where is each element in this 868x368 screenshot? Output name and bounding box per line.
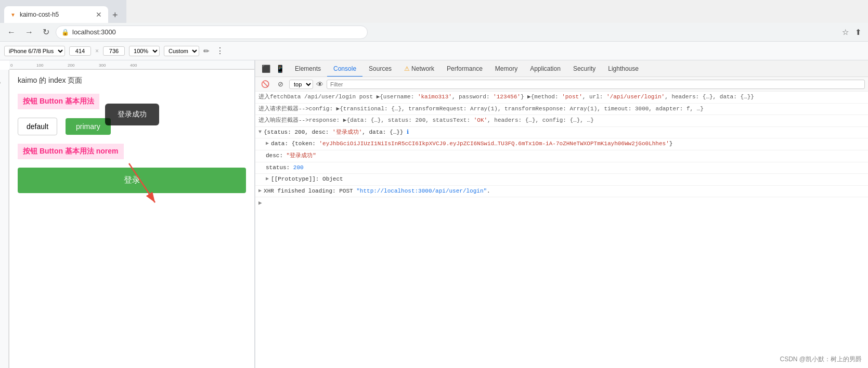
tab-security[interactable]: Security [567, 60, 602, 77]
browser-toolbar: ← → ↻ 🔒 localhost:3000 ☆ ⬆ [0, 23, 868, 42]
device-toggle-button[interactable]: 📱 [274, 62, 287, 75]
console-line-6: desc: "登录成功" [255, 150, 868, 162]
phone-preview: 0 100 200 300 400 0 kaimo 的 index 页面 按钮 … [0, 60, 255, 368]
section2-title: 按钮 Button 基本用法 norem [18, 144, 124, 159]
tab-console[interactable]: Console [327, 60, 362, 77]
filter-input[interactable] [327, 80, 865, 89]
console-text-1: 进入fetchData /api/user/login post ▶{usern… [258, 93, 754, 102]
custom-select[interactable]: Custom [164, 46, 199, 56]
console-prompt: ▶ [255, 197, 868, 208]
watermark: CSDN @凯小默：树上的男爵 [780, 355, 862, 364]
device-width-input[interactable] [69, 46, 91, 56]
console-text-8: [[Prototype]]: Object [271, 175, 343, 184]
console-text-4: {status: 200, desc: '登录成功', data: {…}} ℹ [264, 128, 409, 137]
devtools-left-icons: ⬛ 📱 [257, 62, 289, 75]
new-tab-button[interactable]: + [108, 8, 122, 23]
console-line-4: ▼ {status: 200, desc: '登录成功', data: {…}}… [255, 127, 868, 139]
expand-arrow-8[interactable]: ▶ [266, 175, 269, 183]
console-toolbar: 🚫 ⊘ top 👁 [255, 77, 868, 92]
browser-tab[interactable]: ▼ kaimo-cost-h5 ✕ [4, 6, 108, 23]
main-layout: 0 100 200 300 400 0 kaimo 的 index 页面 按钮 … [0, 60, 868, 368]
expand-arrow-9[interactable]: ▶ [258, 187, 262, 195]
console-output: 进入fetchData /api/user/login post ▶{usern… [255, 92, 868, 368]
reload-button[interactable]: ↻ [40, 25, 53, 39]
tab-close-button[interactable]: ✕ [96, 10, 102, 19]
url-text: localhost:3000 [72, 28, 116, 36]
console-line-3: 进入响应拦截器-->response: ▶{data: {…}, status:… [255, 115, 868, 127]
tab-elements[interactable]: Elements [289, 60, 327, 77]
forward-button[interactable]: → [22, 26, 36, 39]
console-text-7: status: 200 [266, 163, 304, 173]
tab-application[interactable]: Application [524, 60, 567, 77]
info-icon: ℹ [407, 129, 409, 135]
devtools-panel: ⬛ 📱 Elements Console Sources ⚠Network Pe… [255, 60, 868, 368]
console-line-9: ▶ XHR finished loading: POST "http://loc… [255, 186, 868, 198]
context-select[interactable]: top [289, 80, 313, 89]
network-warning-icon: ⚠ [404, 65, 410, 72]
more-options-icon: ⋮ [216, 46, 224, 56]
bookmark-button[interactable]: ☆ [840, 26, 851, 39]
tab-sources[interactable]: Sources [362, 60, 398, 77]
primary-button[interactable]: primary [66, 118, 111, 135]
svg-text:400: 400 [130, 63, 137, 68]
device-select[interactable]: iPhone 6/7/8 Plus [4, 46, 65, 56]
device-height-input[interactable] [103, 46, 125, 56]
expand-arrow-4[interactable]: ▼ [258, 128, 262, 136]
tab-favicon: ▼ [10, 12, 16, 18]
toast-message: 登录成功 [105, 104, 159, 125]
clear-console-button[interactable]: 🚫 [258, 79, 272, 90]
login-button[interactable]: 登录 [18, 168, 246, 193]
console-line-7: status: 200 [255, 162, 868, 174]
tab-title: kaimo-cost-h5 [20, 11, 92, 18]
console-text-5: data: {token: 'eyJhbGciOiJIUzI1NiIsInR5c… [271, 139, 672, 149]
console-text-9: XHR finished loading: POST "http://local… [264, 187, 490, 196]
tab-memory[interactable]: Memory [489, 60, 524, 77]
default-button[interactable]: default [18, 118, 57, 135]
horizontal-ruler: 0 100 200 300 400 [9, 60, 254, 70]
address-bar[interactable]: 🔒 localhost:3000 [56, 26, 368, 39]
eye-button[interactable]: 👁 [316, 80, 323, 88]
vertical-ruler: 0 [0, 70, 9, 368]
svg-text:200: 200 [68, 63, 75, 68]
console-line-1: 进入fetchData /api/user/login post ▶{usern… [255, 92, 868, 104]
page-title-label: kaimo 的 index 页面 [9, 70, 254, 90]
svg-text:0: 0 [0, 81, 2, 84]
console-text-2: 进入请求拦截器-->config: ▶{transitional: {…}, t… [258, 105, 704, 114]
inspect-element-button[interactable]: ⬛ [260, 62, 273, 75]
zoom-select[interactable]: 100% [129, 46, 160, 56]
console-line-8: ▶ [[Prototype]]: Object [255, 174, 868, 186]
browser-tab-bar: ▼ kaimo-cost-h5 ✕ + [0, 0, 868, 23]
toolbar-icons: ☆ ⬆ [840, 26, 864, 39]
tab-lighthouse[interactable]: Lighthouse [602, 60, 645, 77]
svg-text:100: 100 [36, 63, 44, 68]
console-text-6: desc: "登录成功" [266, 151, 316, 161]
lock-icon: 🔒 [61, 29, 69, 36]
console-line-2: 进入请求拦截器-->config: ▶{transitional: {…}, t… [255, 104, 868, 116]
tab-performance[interactable]: Performance [441, 60, 489, 77]
section1-title: 按钮 Button 基本用法 [18, 94, 99, 109]
dimension-separator: × [95, 47, 99, 55]
share-button[interactable]: ⬆ [853, 26, 864, 39]
edit-icon: ✏ [203, 47, 210, 55]
console-text-3: 进入响应拦截器-->response: ▶{data: {…}, status:… [258, 116, 594, 125]
tab-network[interactable]: ⚠Network [398, 60, 441, 77]
device-toolbar: iPhone 6/7/8 Plus × 100% Custom ✏ ⋮ [0, 42, 868, 60]
svg-text:300: 300 [99, 63, 106, 68]
expand-arrow-5[interactable]: ▶ [266, 139, 269, 148]
devtools-tab-bar: ⬛ 📱 Elements Console Sources ⚠Network Pe… [255, 60, 868, 77]
filter-toggle-button[interactable]: ⊘ [275, 79, 286, 90]
svg-text:0: 0 [10, 63, 13, 68]
console-line-5: ▶ data: {token: 'eyJhbGciOiJIUzI1NiIsInR… [255, 138, 868, 150]
phone-content: kaimo 的 index 页面 按钮 Button 基本用法 default … [9, 70, 254, 368]
back-button[interactable]: ← [4, 26, 19, 39]
prompt-arrow: ▶ [258, 199, 262, 206]
